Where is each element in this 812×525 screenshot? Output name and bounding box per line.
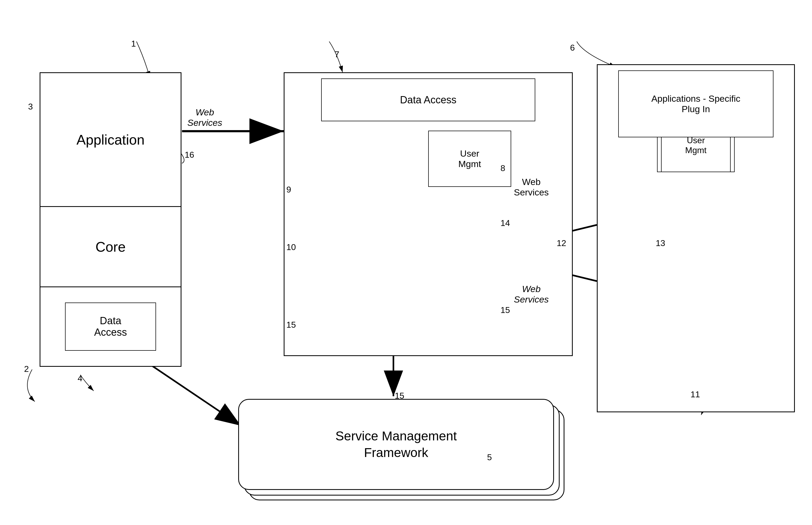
number-5: 5 <box>487 452 492 462</box>
number-4: 4 <box>78 374 82 384</box>
smf-main-box: Service ManagementFramework ServiceOrder… <box>284 72 573 356</box>
smf-bottom-label: Service ManagementFramework <box>335 428 457 461</box>
application-section: Application <box>41 73 181 207</box>
core-section: Core <box>41 207 181 287</box>
number-15b: 15 <box>501 305 510 315</box>
number-6: 6 <box>570 43 575 53</box>
number-9: 9 <box>286 185 291 195</box>
application-core-box: Application Core DataAccess <box>40 72 182 367</box>
number-1: 1 <box>131 39 136 49</box>
app-specific-plugin-box: Applications - SpecificPlug In <box>618 71 773 137</box>
user-mgmt-smf-box: UserMgmt <box>428 131 511 187</box>
number-11: 11 <box>690 390 700 400</box>
smf-bottom-box: Service ManagementFramework <box>238 399 554 490</box>
number-14: 14 <box>501 218 510 228</box>
number-13: 13 <box>656 238 665 248</box>
web-services-bottom-label: WebServices <box>514 284 549 305</box>
number-12: 12 <box>557 238 566 248</box>
front-end-web-box: Front End WebApplications ServiceOrders … <box>597 64 795 412</box>
number-8: 8 <box>501 163 505 173</box>
number-15c: 15 <box>395 391 404 401</box>
web-services-left-label: WebServices <box>187 107 222 128</box>
number-10: 10 <box>286 242 296 252</box>
number-2: 2 <box>24 364 29 374</box>
data-access-left-box: DataAccess <box>65 302 156 351</box>
number-15a: 15 <box>286 320 296 330</box>
data-access-left-section: DataAccess <box>41 287 181 366</box>
web-services-right-label: WebServices <box>514 177 549 198</box>
number-16: 16 <box>185 150 194 160</box>
number-7: 7 <box>335 49 339 59</box>
data-access-smf-box: Data Access <box>321 78 535 121</box>
number-3: 3 <box>28 102 33 111</box>
